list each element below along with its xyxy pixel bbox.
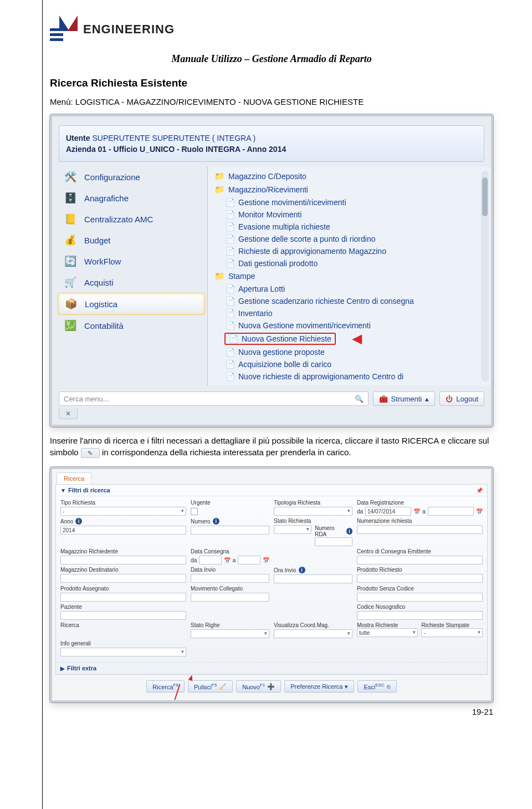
info-icon[interactable]: i <box>213 518 219 525</box>
document-icon: 📄 <box>229 334 238 343</box>
calendar-icon[interactable]: 📅 <box>224 557 231 563</box>
nav-item-anagrafiche[interactable]: 🗄️Anagrafiche <box>58 187 205 208</box>
filter-input[interactable] <box>315 537 352 546</box>
esci-button[interactable]: EsciESC⎋ <box>357 680 396 693</box>
filter-input[interactable] <box>357 574 483 583</box>
ricerca-tab[interactable]: Ricerca <box>57 472 91 484</box>
calendar-icon[interactable]: 📅 <box>476 508 483 515</box>
tree-item[interactable]: 📁Magazzino C/Deposito <box>210 170 491 183</box>
nav-item-contabilità[interactable]: 💹Contabilità <box>58 315 205 336</box>
filter-input[interactable] <box>191 526 269 535</box>
nav-item-workflow[interactable]: 🔄WorkFlow <box>58 251 205 272</box>
document-icon: 📄 <box>226 210 235 219</box>
nav-item-acquisti[interactable]: 🛒Acquisti <box>58 272 205 293</box>
tools-button[interactable]: 🧰 Strumenti ▴ <box>373 391 436 406</box>
pulisci-button[interactable]: PulisciF5🧹 <box>188 680 233 693</box>
tree-item[interactable]: 📁Stampe <box>210 269 491 283</box>
filter-input[interactable] <box>191 574 269 583</box>
filter-dropdown[interactable] <box>191 629 269 638</box>
date-from-input[interactable]: 14/07/2014 <box>365 507 411 516</box>
filter-input[interactable] <box>357 556 483 564</box>
menu-search-input[interactable]: Cerca menu... 🔍 <box>59 391 369 406</box>
filter-input[interactable] <box>60 593 186 602</box>
filter-label: Anno i <box>60 518 186 525</box>
section-heading: Ricerca Richiesta Esistente <box>50 77 493 89</box>
tree-label: Gestione movimenti/ricevimenti <box>238 198 346 207</box>
calendar-icon[interactable]: 📅 <box>263 557 269 563</box>
info-icon[interactable]: i <box>299 567 305 573</box>
scrollbar[interactable] <box>481 171 489 381</box>
filter-dropdown[interactable]: - <box>60 507 186 516</box>
filter-dropdown[interactable]: - <box>421 628 483 637</box>
filter-label: Stato Richiesta <box>274 518 352 524</box>
filter-cell <box>274 640 352 657</box>
filter-label: Magazzino Destinatario <box>60 567 186 573</box>
filter-dropdown[interactable]: tutte <box>357 628 418 637</box>
page-left-rule <box>42 0 43 809</box>
tree-item[interactable]: 📄Gestione movimenti/ricevimenti <box>210 196 491 208</box>
filter-input[interactable]: 2014 <box>60 526 186 535</box>
filter-input[interactable] <box>357 525 483 534</box>
filter-checkbox[interactable] <box>191 508 198 515</box>
nuovo-button[interactable]: NuovoF1➕ <box>236 680 281 693</box>
tree-item[interactable]: 📄Richieste di approvigionamento Magazzin… <box>210 245 491 257</box>
tree-item[interactable]: 📄Acquisizione bolle di carico <box>210 358 491 370</box>
filter-input[interactable] <box>357 611 483 620</box>
date-to-input[interactable] <box>428 507 474 516</box>
tree-item[interactable]: 📄Nuova gestione proposte <box>210 346 491 358</box>
context-bar: Utente SUPERUTENTE SUPERUTENTE ( INTEGRA… <box>59 125 484 162</box>
tree-item[interactable]: 📄Nuove richieste di approwigionamento Ce… <box>210 370 491 383</box>
utente-label: Utente <box>66 134 90 143</box>
nav-item-budget[interactable]: 💰Budget <box>58 230 205 251</box>
date-to-input[interactable] <box>238 556 260 564</box>
nav-item-logistica[interactable]: 📦Logistica <box>58 293 205 315</box>
logout-button[interactable]: ⏻ Logout <box>439 391 484 406</box>
tree-item[interactable]: 📁Magazzino/Ricevimenti <box>210 183 491 196</box>
nav-icon: 📦 <box>63 297 79 311</box>
folder-icon: 📁 <box>214 271 225 281</box>
tree-item[interactable]: 📄Inventario <box>210 307 491 319</box>
button-label: Preferenze Ricerca <box>290 683 342 690</box>
filters-extra-header[interactable]: ▶Filtri extra <box>56 662 487 674</box>
tree-label: Dati gestionali prodotto <box>238 259 318 268</box>
filter-input[interactable] <box>274 574 352 583</box>
filter-cell: Magazzino Richiedente <box>60 548 186 564</box>
document-icon: 📄 <box>226 222 235 231</box>
close-tab-button[interactable]: ✕ <box>59 408 78 419</box>
filters-header[interactable]: ▼Filtri di ricerca 📌 <box>56 485 487 496</box>
info-icon[interactable]: i <box>75 518 82 525</box>
tree-item[interactable]: 📄Evasione multipla richieste <box>210 221 491 233</box>
preferenze-ricerca-button[interactable]: Preferenze Ricerca ▾ <box>284 680 354 693</box>
filter-dropdown[interactable] <box>274 507 352 516</box>
filter-label: Ora Invio i <box>274 567 352 573</box>
filter-dropdown[interactable] <box>274 629 352 638</box>
filter-label: Data Consegna <box>191 548 269 554</box>
pin-icon[interactable]: 📌 <box>476 487 483 493</box>
filter-input[interactable] <box>60 556 186 564</box>
nav-item-configurazione[interactable]: 🛠️Configurazione <box>58 166 205 187</box>
tree-item[interactable]: 📄Gestione delle scorte a punto di riordi… <box>210 233 491 245</box>
tools-icon: 🧰 <box>379 395 388 403</box>
filter-input[interactable] <box>60 611 186 620</box>
tree-item-highlighted[interactable]: 📄Nuova Gestione Richieste <box>224 333 336 345</box>
date-from-input[interactable] <box>199 556 222 564</box>
tree-item[interactable]: 📄Gestione scadenzario richieste Centro d… <box>210 295 491 307</box>
tree-item[interactable]: 📄Nuova Gestione movimenti/ricevimenti <box>210 319 491 332</box>
chevron-right-icon: ▶ <box>60 665 65 671</box>
tree-item[interactable]: 📄Dati gestionali prodotto <box>210 257 491 269</box>
filter-input[interactable] <box>357 593 483 602</box>
chevron-down-icon: ▾ <box>345 683 348 690</box>
nav-icon: 🛒 <box>62 275 79 289</box>
calendar-icon[interactable]: 📅 <box>413 508 420 515</box>
filter-dropdown[interactable] <box>274 525 311 534</box>
filter-dropdown[interactable] <box>60 648 186 657</box>
info-icon[interactable]: i <box>346 528 352 535</box>
filter-cell: Movimento Collegato <box>191 586 269 602</box>
tree-item[interactable]: 📄Apertura Lotti <box>210 283 491 295</box>
tree-label: Gestione delle scorte a punto di riordin… <box>238 235 375 243</box>
filter-input[interactable] <box>191 593 269 602</box>
tree-label: Gestione scadenzario richieste Centro di… <box>238 297 414 306</box>
tree-item[interactable]: 📄Monitor Movimenti <box>210 208 491 221</box>
nav-item-centralizzato amc[interactable]: 📒Centralizzato AMC <box>58 208 205 230</box>
filter-input[interactable] <box>60 574 186 583</box>
